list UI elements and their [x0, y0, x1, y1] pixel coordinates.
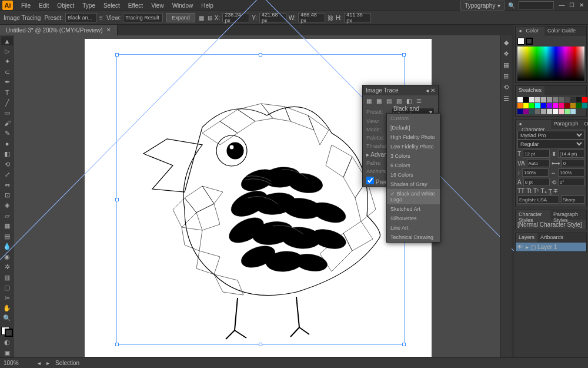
tab-opentype[interactable]: OpenType [582, 120, 588, 129]
swatch[interactable] [564, 103, 570, 108]
direct-selection-tool[interactable]: ▷ [1, 47, 13, 55]
menu-view[interactable]: View [148, 1, 168, 10]
h-field[interactable]: 411.36 px [344, 13, 371, 22]
w-field[interactable]: 466.48 px [298, 13, 325, 22]
selection-bounding-box[interactable] [116, 54, 405, 345]
tab-color-guide[interactable]: Color Guide [544, 26, 579, 36]
mesh-tool[interactable]: ▦ [1, 221, 13, 230]
trace-panel-icon[interactable]: ▦ [199, 15, 204, 21]
preset-option[interactable]: Line Art [387, 223, 440, 233]
scale-tool[interactable]: ⤢ [1, 170, 13, 179]
swatch[interactable] [517, 103, 523, 108]
search-icon[interactable]: 🔍 [508, 2, 515, 9]
rectangle-tool[interactable]: ▭ [1, 108, 13, 117]
nav-prev-icon[interactable]: ◂ [38, 360, 41, 366]
swatch[interactable] [576, 97, 582, 102]
grayscale-icon[interactable]: ▧ [396, 98, 402, 104]
swatch[interactable] [576, 103, 582, 108]
caps-icon[interactable]: TT [517, 188, 524, 194]
language-dropdown[interactable]: English: USA [517, 195, 559, 204]
panel-icon[interactable]: ▦ [503, 61, 509, 69]
handle-bl[interactable] [115, 343, 119, 346]
preset-option[interactable]: Sketched Art [387, 204, 440, 214]
type-tool[interactable]: T [1, 88, 13, 97]
tab-artboards[interactable]: Artboards [537, 233, 566, 243]
free-transform-tool[interactable]: ⊡ [1, 191, 13, 200]
lasso-tool[interactable]: ⊂ [1, 67, 13, 76]
zoom-tool[interactable]: 🔍 [1, 314, 13, 323]
preset-option[interactable]: Black and White Logo [387, 189, 440, 204]
tab-close-icon[interactable]: ✕ [106, 27, 111, 33]
tab-color[interactable]: ◂ Color [516, 26, 544, 36]
selection-tool[interactable]: ▲ [1, 37, 13, 45]
handle-tr[interactable] [402, 53, 406, 57]
tab-character[interactable]: ◂ Character [516, 120, 551, 129]
swatch[interactable] [564, 109, 570, 114]
workspace-switcher[interactable]: Typography▾ [460, 1, 505, 11]
vscale-field[interactable]: 100% [522, 168, 549, 177]
minimize-button[interactable]: — [557, 2, 566, 9]
pencil-tool[interactable]: ✎ [1, 129, 13, 138]
bw-icon[interactable]: ◧ [406, 98, 412, 104]
panel-icon[interactable]: ☰ [503, 95, 509, 102]
swatch[interactable] [553, 109, 558, 114]
symbol-sprayer-tool[interactable]: ✲ [1, 263, 13, 271]
swatch[interactable] [541, 97, 546, 102]
swatch[interactable] [547, 109, 552, 114]
hscale-field[interactable]: 100% [558, 168, 584, 177]
handle-tc[interactable] [259, 53, 262, 57]
swatch[interactable] [559, 109, 564, 114]
tab-para-styles[interactable]: Paragraph Styles [550, 210, 586, 220]
swatch[interactable] [570, 109, 576, 114]
swatch[interactable] [523, 97, 529, 102]
preset-option[interactable]: 3 Colors [387, 151, 440, 161]
outline-icon[interactable]: ☰ [416, 98, 422, 104]
maximize-button[interactable]: ☐ [567, 2, 576, 9]
antialiasing-dropdown[interactable]: Sharp [561, 195, 584, 204]
font-size-field[interactable]: 12 pt [523, 150, 549, 158]
layer-row[interactable]: 👁▸▢Layer 1 [516, 243, 586, 251]
auto-color-icon[interactable]: ▦ [366, 98, 372, 104]
rotation-field[interactable]: 0° [558, 178, 584, 186]
search-input[interactable] [519, 1, 554, 9]
shape-builder-tool[interactable]: ◈ [1, 201, 13, 210]
rotate-tool[interactable]: ⟲ [1, 160, 13, 168]
color-spectrum[interactable] [517, 47, 584, 81]
draw-mode[interactable]: ◐ [1, 338, 13, 347]
menu-edit[interactable]: Edit [35, 1, 52, 10]
low-color-icon[interactable]: ▤ [386, 98, 392, 104]
panel-icon[interactable]: ⊞ [503, 72, 509, 80]
swatch[interactable] [535, 97, 540, 102]
nav-next-icon[interactable]: ▸ [46, 360, 49, 366]
line-tool[interactable]: ╱ [1, 98, 13, 107]
swatch[interactable] [564, 97, 570, 102]
hand-tool[interactable]: ✋ [1, 304, 13, 313]
artboard-tool[interactable]: ▢ [1, 283, 13, 292]
tab-swatches[interactable]: Swatches [516, 86, 544, 95]
paintbrush-tool[interactable]: 🖌 [1, 119, 13, 128]
preset-option[interactable]: Silhouettes [387, 214, 440, 223]
swatch[interactable] [529, 103, 534, 108]
swatch[interactable] [559, 103, 564, 108]
menu-help[interactable]: Help [198, 1, 217, 10]
tracking-field[interactable]: 0 [562, 159, 584, 167]
panel-icon[interactable]: ❖ [503, 50, 509, 58]
swatch[interactable] [517, 97, 523, 102]
baseline-field[interactable]: 0 pt [523, 178, 550, 186]
preset-option[interactable]: Technical Drawing [387, 233, 440, 242]
swatch[interactable] [529, 97, 534, 102]
blob-brush-tool[interactable]: ● [1, 140, 13, 148]
font-style-dropdown[interactable]: Regular [517, 140, 584, 148]
panel-icon[interactable]: ◆ [504, 39, 509, 47]
perspective-tool[interactable]: ▱ [1, 211, 13, 220]
super-icon[interactable]: T¹ [533, 188, 539, 194]
view-dropdown[interactable]: Tracing Result [123, 13, 163, 22]
tab-layers[interactable]: Layers [516, 233, 537, 243]
layer-toggle-icon[interactable]: ▸ [526, 244, 529, 250]
high-color-icon[interactable]: ▩ [376, 98, 382, 104]
swatch[interactable] [570, 97, 576, 102]
preset-dropdown[interactable]: Black an... [65, 13, 97, 22]
panel-close-icon[interactable]: ◂ ✕ [426, 87, 435, 94]
strike-icon[interactable]: T̶ [554, 188, 557, 194]
preset-menu-icon[interactable]: ≡ [99, 15, 103, 21]
